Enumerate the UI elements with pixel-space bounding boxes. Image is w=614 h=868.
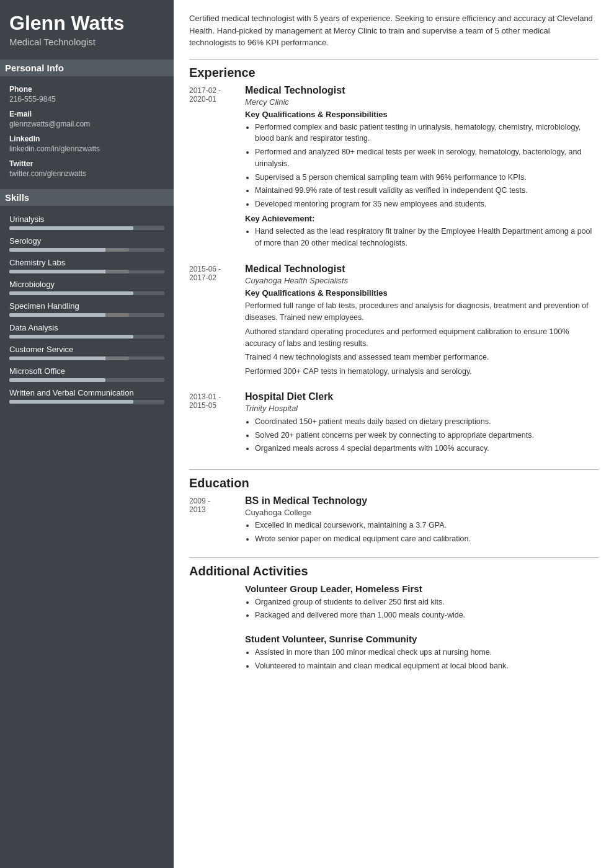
skill-item: Specimen Handling bbox=[9, 301, 164, 317]
activity-entry: Volunteer Group Leader, Homeless FirstOr… bbox=[189, 583, 598, 626]
activity-content: Volunteer Group Leader, Homeless FirstOr… bbox=[245, 583, 598, 626]
exp-date: 2013-01 - 2015-05 bbox=[189, 391, 245, 458]
exp-sub-title: Key Achievement: bbox=[245, 214, 598, 223]
activities-section-title: Additional Activities bbox=[189, 564, 598, 578]
skill-name: Written and Verbal Communication bbox=[9, 388, 164, 397]
activity-title: Volunteer Group Leader, Homeless First bbox=[245, 583, 598, 594]
phone-value: 216-555-9845 bbox=[9, 95, 164, 104]
exp-job-title: Hospital Diet Clerk bbox=[245, 391, 598, 402]
exp-bullet-item: Hand selected as the lead respiratory fi… bbox=[255, 226, 598, 249]
linkedin-label: LinkedIn bbox=[9, 135, 164, 143]
exp-company: Mercy Clinic bbox=[245, 97, 598, 107]
education-list: 2009 - 2013BS in Medical TechnologyCuyah… bbox=[189, 495, 598, 549]
education-section-title: Education bbox=[189, 476, 598, 490]
exp-content: Medical TechnologistCuyahoga Health Spec… bbox=[245, 264, 598, 380]
skill-bar-container bbox=[9, 226, 164, 230]
skill-bar-container bbox=[9, 313, 164, 317]
skill-bar-fill bbox=[9, 378, 105, 382]
skill-name: Microsoft Office bbox=[9, 366, 164, 376]
experience-divider bbox=[189, 59, 598, 60]
exp-content: Medical TechnologistMercy ClinicKey Qual… bbox=[245, 85, 598, 253]
email-label: E-mail bbox=[9, 110, 164, 118]
exp-bullet-item: Solved 20+ patient concerns per week by … bbox=[255, 430, 598, 441]
activity-bullet-list: Organized group of students to deliver 2… bbox=[245, 596, 598, 622]
exp-bullet-item: Developed mentoring program for 35 new e… bbox=[255, 198, 598, 210]
skill-bar-container bbox=[9, 291, 164, 295]
activities-divider bbox=[189, 557, 598, 558]
education-entry: 2009 - 2013BS in Medical TechnologyCuyah… bbox=[189, 495, 598, 549]
activity-content: Student Volunteer, Sunrise CommunityAssi… bbox=[245, 634, 598, 676]
edu-date: 2009 - 2013 bbox=[189, 495, 245, 549]
activity-bullet-item: Packaged and delivered more than 1,000 m… bbox=[255, 609, 598, 621]
edu-bullet-item: Wrote senior paper on medical equipment … bbox=[255, 533, 598, 545]
exp-para: Performed 300+ CAP tests in hematology, … bbox=[245, 366, 598, 378]
edu-school: Cuyahoga College bbox=[245, 508, 598, 517]
skill-item: Customer Service bbox=[9, 345, 164, 360]
main-content: Certified medical technologist with 5 ye… bbox=[174, 0, 614, 868]
activity-entry: Student Volunteer, Sunrise CommunityAssi… bbox=[189, 634, 598, 676]
skill-name: Specimen Handling bbox=[9, 301, 164, 311]
edu-degree: BS in Medical Technology bbox=[245, 495, 598, 507]
education-divider bbox=[189, 469, 598, 470]
exp-sub-title: Key Qualifications & Responsibilities bbox=[245, 110, 598, 119]
skill-name: Serology bbox=[9, 236, 164, 246]
exp-para: Trained 4 new technologists and assessed… bbox=[245, 352, 598, 363]
summary-text: Certified medical technologist with 5 ye… bbox=[189, 12, 598, 49]
experience-section-title: Experience bbox=[189, 66, 598, 80]
exp-bullet-item: Coordinated 150+ patient meals daily bas… bbox=[255, 416, 598, 428]
skill-name: Chemistry Labs bbox=[9, 258, 164, 267]
skill-name: Data Analysis bbox=[9, 323, 164, 332]
phone-label: Phone bbox=[9, 85, 164, 94]
activity-bullet-item: Volunteered to maintain and clean medica… bbox=[255, 660, 598, 672]
personal-info-section-title: Personal Info bbox=[0, 60, 174, 76]
exp-bullet-list: Coordinated 150+ patient meals daily bas… bbox=[245, 416, 598, 454]
skill-bar-container bbox=[9, 356, 164, 360]
experience-entry: 2013-01 - 2015-05Hospital Diet ClerkTrin… bbox=[189, 391, 598, 458]
exp-bullet-list: Hand selected as the lead respiratory fi… bbox=[245, 226, 598, 249]
exp-job-title: Medical Technologist bbox=[245, 85, 598, 96]
activity-bullet-item: Organized group of students to deliver 2… bbox=[255, 596, 598, 608]
exp-date: 2017-02 - 2020-01 bbox=[189, 85, 245, 253]
twitter-label: Twitter bbox=[9, 159, 164, 168]
edu-bullet-item: Excelled in medical coursework, maintain… bbox=[255, 520, 598, 531]
activity-bullet-item: Assisted in more than 100 minor medical … bbox=[255, 647, 598, 658]
skill-bar-container bbox=[9, 248, 164, 252]
experience-entry: 2015-06 - 2017-02Medical TechnologistCuy… bbox=[189, 264, 598, 380]
exp-content: Hospital Diet ClerkTrinity HospitalCoord… bbox=[245, 391, 598, 458]
sidebar: Glenn Watts Medical Technologist Persona… bbox=[0, 0, 174, 868]
skill-item: Written and Verbal Communication bbox=[9, 388, 164, 404]
exp-bullet-item: Performed and analyzed 80+ medical tests… bbox=[255, 146, 598, 170]
skill-bar-container bbox=[9, 378, 164, 382]
exp-company: Cuyahoga Health Specialists bbox=[245, 276, 598, 285]
skill-bar-container bbox=[9, 335, 164, 339]
skill-bar-container bbox=[9, 400, 164, 404]
edu-bullet-list: Excelled in medical coursework, maintain… bbox=[245, 520, 598, 545]
activity-title: Student Volunteer, Sunrise Community bbox=[245, 634, 598, 644]
skill-name: Customer Service bbox=[9, 345, 164, 354]
skill-item: Urinalysis bbox=[9, 215, 164, 230]
candidate-name: Glenn Watts bbox=[9, 12, 164, 34]
edu-content: BS in Medical TechnologyCuyahoga College… bbox=[245, 495, 598, 549]
activity-date-spacer bbox=[189, 634, 245, 676]
activities-list: Volunteer Group Leader, Homeless FirstOr… bbox=[189, 583, 598, 676]
skill-bar-fill bbox=[9, 335, 133, 339]
linkedin-value: linkedin.com/in/glennzwatts bbox=[9, 144, 164, 153]
exp-bullet-item: Organized meals across 4 special departm… bbox=[255, 443, 598, 454]
skill-bar-fill bbox=[9, 400, 133, 404]
exp-company: Trinity Hospital bbox=[245, 404, 598, 413]
exp-para: Authored standard operating procedures a… bbox=[245, 326, 598, 350]
exp-job-title: Medical Technologist bbox=[245, 264, 598, 275]
skill-item: Chemistry Labs bbox=[9, 258, 164, 273]
experience-entry: 2017-02 - 2020-01Medical TechnologistMer… bbox=[189, 85, 598, 253]
skills-section-title: Skills bbox=[0, 189, 174, 206]
skill-name: Microbiology bbox=[9, 280, 164, 289]
activity-date-spacer bbox=[189, 583, 245, 626]
exp-bullet-item: Maintained 99.9% rate of test result val… bbox=[255, 185, 598, 197]
activity-bullet-list: Assisted in more than 100 minor medical … bbox=[245, 647, 598, 672]
skill-bar-fill bbox=[9, 226, 133, 230]
experience-list: 2017-02 - 2020-01Medical TechnologistMer… bbox=[189, 85, 598, 459]
exp-date: 2015-06 - 2017-02 bbox=[189, 264, 245, 380]
exp-bullet-list: Performed complex and basic patient test… bbox=[245, 122, 598, 210]
skills-list: UrinalysisSerologyChemistry LabsMicrobio… bbox=[9, 215, 164, 404]
email-value: glennzwatts@gmail.com bbox=[9, 120, 164, 128]
